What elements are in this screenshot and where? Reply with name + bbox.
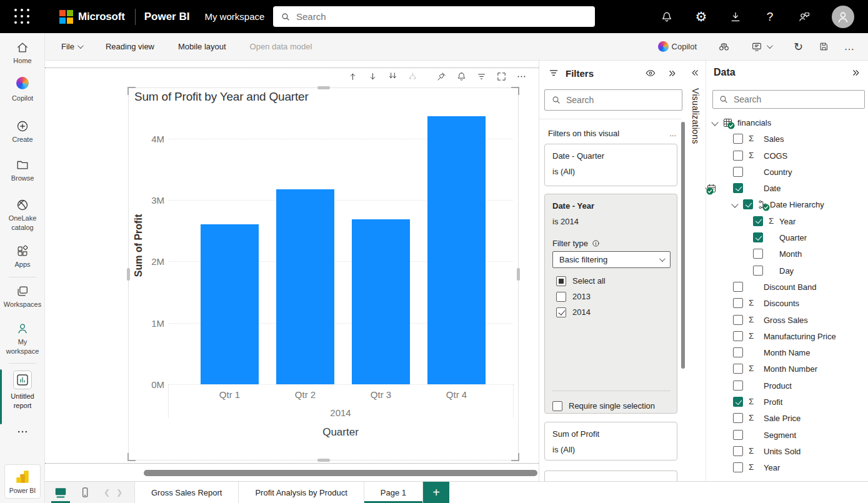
- copilot-button[interactable]: Copilot: [651, 37, 704, 56]
- field-checkbox[interactable]: [733, 134, 743, 144]
- refresh-icon[interactable]: ↻: [792, 41, 804, 52]
- notifications-icon[interactable]: [660, 10, 674, 24]
- sidebar-item-my-workspace[interactable]: My workspace: [0, 322, 45, 356]
- filter-option-2014[interactable]: 2014: [549, 304, 674, 320]
- bar-chart-visual[interactable]: Sum of Profit by Year and Quarter Sum of…: [128, 87, 519, 461]
- filter-card-sum-of-profit[interactable]: Sum of Profit is (All): [544, 422, 677, 461]
- drill-down-icon[interactable]: [367, 71, 379, 82]
- sidebar-item-more[interactable]: [0, 426, 45, 438]
- field-checkbox[interactable]: [733, 298, 743, 308]
- bar-qtr3[interactable]: [352, 219, 410, 384]
- bar-qtr2[interactable]: [276, 189, 334, 384]
- data-search[interactable]: [712, 90, 865, 109]
- field-checkbox[interactable]: [753, 249, 763, 259]
- field-row-date-hierarchy[interactable]: Date Hierarchy: [706, 196, 868, 212]
- sidebar-item-browse[interactable]: Browse: [0, 158, 45, 183]
- canvas-horizontal-scrollbar[interactable]: [144, 470, 537, 476]
- field-row-year[interactable]: ΣYear: [706, 459, 868, 476]
- field-row-segment[interactable]: Segment: [706, 427, 868, 443]
- save-icon[interactable]: [818, 41, 830, 52]
- filter-card-date-year[interactable]: Date - Year is 2014 Filter type Basic fi…: [544, 194, 677, 414]
- mobile-layout-button[interactable]: Mobile layout: [171, 37, 234, 56]
- selection-handle[interactable]: [317, 86, 330, 89]
- settings-icon[interactable]: ⚙: [694, 10, 708, 24]
- alert-icon[interactable]: [456, 71, 467, 82]
- field-checkbox[interactable]: [733, 167, 743, 177]
- global-search[interactable]: [273, 6, 595, 27]
- report-canvas[interactable]: Sum of Profit by Year and Quarter Sum of…: [45, 61, 539, 481]
- field-checkbox[interactable]: [753, 216, 763, 226]
- field-checkbox[interactable]: [743, 199, 753, 209]
- require-single-checkbox[interactable]: [552, 401, 562, 411]
- binoculars-icon[interactable]: [718, 41, 730, 52]
- filter-card-partial[interactable]: [544, 471, 677, 481]
- field-row-month[interactable]: Month: [706, 246, 868, 262]
- field-checkbox[interactable]: [733, 430, 743, 440]
- sidebar-item-workspaces[interactable]: Workspaces: [0, 284, 45, 309]
- field-checkbox[interactable]: [733, 446, 743, 456]
- field-row-month-name[interactable]: Month Name: [706, 344, 868, 361]
- sidebar-item-home[interactable]: Home: [0, 41, 45, 66]
- filter-icon[interactable]: [476, 71, 487, 82]
- field-checkbox[interactable]: [733, 282, 743, 292]
- field-checkbox[interactable]: [753, 232, 763, 242]
- field-row-month-number[interactable]: ΣMonth Number: [706, 361, 868, 377]
- next-page-icon[interactable]: ❯: [116, 488, 122, 497]
- selection-handle[interactable]: [127, 453, 136, 461]
- field-row-manufacturing-price[interactable]: ΣManufacturing Price: [706, 328, 868, 344]
- field-row-discount-band[interactable]: Discount Band: [706, 279, 868, 295]
- visualizations-pane-label[interactable]: Visualizations: [691, 88, 701, 144]
- app-launcher-icon[interactable]: [14, 9, 31, 25]
- reading-view-button[interactable]: Reading view: [98, 37, 162, 56]
- field-checkbox[interactable]: [733, 364, 743, 374]
- powerbi-app-logo[interactable]: Power BI: [4, 464, 41, 499]
- field-row-gross-sales[interactable]: ΣGross Sales: [706, 312, 868, 328]
- global-search-input[interactable]: [296, 11, 565, 22]
- selection-handle[interactable]: [511, 453, 519, 461]
- require-single-selection-option[interactable]: Require single selection: [545, 398, 655, 414]
- next-level-icon[interactable]: [387, 71, 399, 82]
- more-options-icon[interactable]: [516, 71, 527, 82]
- filter-option-select-all[interactable]: Select all: [549, 273, 674, 289]
- feedback-icon[interactable]: [797, 10, 811, 24]
- checkbox[interactable]: [556, 276, 566, 286]
- field-row-sales[interactable]: ΣSales: [706, 131, 868, 147]
- help-icon[interactable]: ?: [763, 10, 777, 24]
- field-row-quarter[interactable]: Quarter: [706, 229, 868, 246]
- filters-search[interactable]: [544, 89, 682, 111]
- download-icon[interactable]: [729, 10, 742, 24]
- field-row-year[interactable]: ΣYear: [706, 213, 868, 229]
- field-row-cogs[interactable]: ΣCOGS: [706, 147, 868, 164]
- field-row-units-sold[interactable]: ΣUnits Sold: [706, 443, 868, 459]
- sidebar-item-untitled-report[interactable]: Untitled report: [0, 371, 45, 411]
- data-search-input[interactable]: [734, 94, 849, 104]
- field-row-discounts[interactable]: ΣDiscounts: [706, 295, 868, 311]
- selection-handle[interactable]: [317, 459, 330, 462]
- more-icon[interactable]: …: [844, 41, 856, 52]
- field-row-country[interactable]: Country: [706, 164, 868, 180]
- page-tab-profit-analysis-by-product[interactable]: Profit Analysis by Product: [238, 482, 363, 503]
- field-row-date[interactable]: Date: [706, 180, 868, 196]
- collapse-pane-icon[interactable]: [667, 69, 677, 78]
- sidebar-item-create[interactable]: Create: [0, 119, 45, 144]
- selection-handle[interactable]: [127, 268, 130, 281]
- bar-qtr1[interactable]: [201, 224, 259, 384]
- field-row-product[interactable]: Product: [706, 377, 868, 394]
- field-row-profit[interactable]: ΣProfit: [706, 394, 868, 410]
- field-checkbox[interactable]: [733, 151, 743, 161]
- checkbox[interactable]: [556, 307, 566, 317]
- filter-type-dropdown[interactable]: Basic filtering: [552, 251, 671, 268]
- field-checkbox[interactable]: [733, 413, 743, 423]
- prev-page-icon[interactable]: ❮: [104, 488, 110, 497]
- sidebar-item-onelake[interactable]: OneLake catalog: [0, 198, 45, 232]
- collapse-pane-icon[interactable]: [851, 68, 861, 77]
- eye-icon[interactable]: [645, 67, 656, 79]
- mobile-view-icon[interactable]: [79, 486, 91, 499]
- filter-option-2013[interactable]: 2013: [549, 289, 674, 304]
- new-page-button[interactable]: +: [423, 482, 449, 503]
- microsoft-logo[interactable]: Microsoft: [59, 10, 125, 24]
- field-checkbox[interactable]: [733, 381, 743, 391]
- focus-mode-icon[interactable]: [496, 71, 507, 82]
- selection-handle[interactable]: [511, 87, 519, 95]
- field-checkbox[interactable]: [733, 347, 743, 357]
